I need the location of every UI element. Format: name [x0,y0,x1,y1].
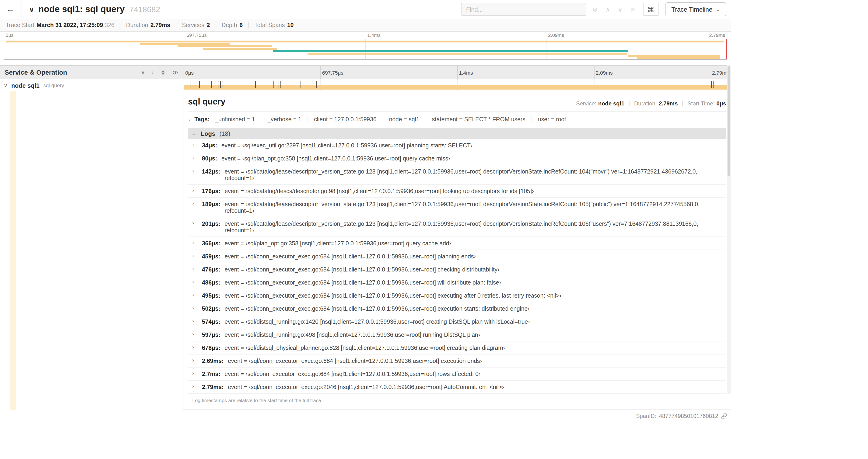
log-marker-tick [316,81,317,88]
collapse-one-icon[interactable]: ∨ [141,69,145,75]
span-duration-bar[interactable] [184,85,727,90]
summary-divider [215,22,216,28]
expand-one-icon[interactable]: › [152,69,154,75]
chevron-right-icon[interactable]: › [192,240,194,245]
trace-view-dropdown[interactable]: Trace Timeline ⌄ [665,2,726,16]
log-row[interactable]: ›476μs:event = ‹sql/conn_executor_exec.g… [188,263,726,276]
chevron-right-icon[interactable]: › [192,332,194,337]
chevron-right-icon[interactable]: › [192,319,194,324]
logs-header[interactable]: ⌄ Logs (18) [188,128,726,139]
chevron-right-icon[interactable]: › [192,221,194,226]
log-marker-tick [255,81,256,88]
minimap-span-bar [628,55,720,57]
expand-all-icon[interactable]: ≫ [173,69,178,75]
chevron-right-icon[interactable]: › [192,384,194,389]
keyboard-shortcuts-button[interactable]: ⌘ [643,3,659,16]
back-arrow-icon: ← [6,4,15,14]
log-marker-tick [296,81,297,88]
log-row[interactable]: ›80μs:event = ‹sql/plan_opt.go:358 [nsql… [188,152,726,165]
log-row[interactable]: ›142μs:event = ‹sql/catalog/lease/descri… [188,165,726,185]
focus-result-icon[interactable]: ⊕ [592,6,597,12]
summary-divider [120,22,120,28]
minimap-canvas[interactable] [4,39,727,60]
chevron-right-icon[interactable]: › [192,188,194,193]
log-row[interactable]: ›495μs:event = ‹sql/conn_executor_exec.g… [188,289,726,302]
log-row[interactable]: ›574μs:event = ‹sql/distsql_running.go:1… [188,315,726,328]
log-row[interactable]: ›366μs:event = ‹sql/plan_opt.go:358 [nsq… [188,237,726,250]
collapse-span-icon[interactable]: ∨ [4,82,7,88]
duration-meta: Duration:2.79ms [634,100,678,107]
expand-collapse-controls: ∨ › ≫ ≫ [141,69,178,75]
chevron-right-icon[interactable]: › [192,155,194,160]
log-row[interactable]: ›678μs:event = ‹sql/distsql_physical_pla… [188,341,726,355]
log-message: event = ‹sql/conn_executor_exec.go:684 [… [225,371,480,378]
span-detail-panel: sql query Service:node sql1 Duration:2.7… [183,91,731,410]
chevron-down-icon[interactable]: ⌄ [192,130,196,136]
log-row[interactable]: ›486μs:event = ‹sql/conn_executor_exec.g… [188,276,726,289]
chevron-right-icon[interactable]: › [192,280,194,285]
log-row[interactable]: ›176μs:event = ‹sql/catalog/descs/descri… [188,185,726,198]
chevron-right-icon[interactable]: › [192,292,194,298]
log-timestamp: 597μs: [202,332,220,338]
span-id-row: SpanID: 4877749850101760812 [0,410,731,422]
link-icon[interactable] [721,413,727,419]
chevron-right-icon[interactable]: › [192,305,194,311]
logs-label: Logs [201,130,215,137]
log-marker-tick [190,81,191,88]
tag-item: statement = SELECT * FROM users [425,116,531,123]
trace-start-datetime: March 31 2022, 17:25:09 [37,22,103,28]
chevron-right-icon[interactable]: › [189,117,191,122]
span-row[interactable]: ∨ node sql1 sql query [0,79,731,91]
next-result-icon[interactable]: ∨ [618,6,622,12]
log-row[interactable]: ›502μs:event = ‹sql/conn_executor_exec.g… [188,302,726,315]
collapse-all-icon[interactable]: ≫ [160,69,166,75]
chevron-right-icon[interactable]: › [192,201,194,206]
chevron-right-icon[interactable]: › [192,345,194,350]
span-row-timeline[interactable] [183,79,731,91]
minimap-scrub-line[interactable] [726,39,726,59]
log-row[interactable]: ›201μs:event = ‹sql/catalog/lease/descri… [188,217,726,237]
log-timestamp: 2.7ms: [202,371,220,378]
log-row[interactable]: ›597μs:event = ‹sql/distsql_running.go:4… [188,328,726,341]
chevron-right-icon[interactable]: › [192,266,194,271]
log-message: event = ‹sql/catalog/lease/descriptor_ve… [225,168,723,182]
vertical-scrollbar[interactable] [727,65,731,394]
minimap-span-bar [140,43,229,45]
clear-find-icon[interactable]: ✕ [630,6,636,12]
find-result-controls: ⊕ ∧ ∨ ✕ [592,6,636,12]
tick-label: 2.79ms [709,32,725,38]
log-row[interactable]: ›2.69ms:event = ‹sql/conn_executor_exec.… [188,355,726,368]
log-marker-tick [223,81,223,88]
log-row[interactable]: ›189μs:event = ‹sql/catalog/lease/descri… [188,198,726,217]
chevron-right-icon[interactable]: › [192,358,194,363]
chevron-right-icon[interactable]: › [192,371,194,376]
chevron-right-icon[interactable]: › [192,253,194,258]
service-meta: Service:node sql1 [576,100,624,107]
tick-label: 697.75μs [320,70,343,75]
log-timestamp: 502μs: [202,305,220,312]
back-button[interactable]: ← [0,0,22,19]
tag-item: node = sql1 [382,116,425,123]
page-canvas: ← ∨ node sql1: sql query7418682 ⊕ ∧ ∨ ✕ … [0,0,868,459]
timeline-ticks-header: 0μs697.75μs1.4ms2.09ms2.79ms [183,66,731,79]
log-row[interactable]: ›2.79ms:event = ‹sql/conn_executor_exec.… [188,381,726,394]
collapse-trace-title-icon[interactable]: ∨ [29,6,34,13]
log-marker-tick [280,81,281,88]
chevron-right-icon[interactable]: › [192,142,194,147]
log-row[interactable]: ›2.7ms:event = ‹sql/conn_executor_exec.g… [188,368,726,381]
prev-result-icon[interactable]: ∧ [606,6,610,12]
log-timestamp: 142μs: [202,168,220,175]
tags-row[interactable]: › Tags: _unfinished = 1_verbose = 1clien… [188,112,726,127]
log-timestamp: 201μs: [202,221,220,227]
log-timestamp: 2.79ms: [202,384,223,390]
tag-item: _unfinished = 1 [215,116,261,123]
find-input[interactable] [461,3,586,16]
minimap-span-bar [203,48,277,50]
tick-label: 0μs [183,70,194,75]
minimap-span-bar [178,45,271,47]
log-row[interactable]: ›459μs:event = ‹sql/conn_executor_exec.g… [188,250,726,263]
span-row-name-cell[interactable]: ∨ node sql1 sql query [0,79,183,91]
span-detail-title: sql query [188,97,225,107]
chevron-right-icon[interactable]: › [192,168,194,173]
log-row[interactable]: ›34μs:event = ‹sql/exec_util.go:2297 [ns… [188,139,726,152]
